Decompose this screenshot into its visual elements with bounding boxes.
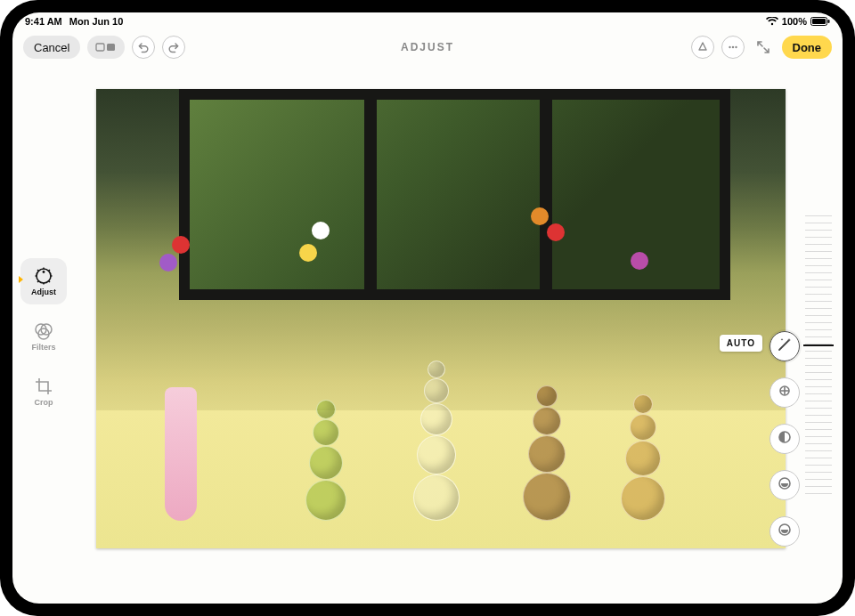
scrubber-ticks bbox=[805, 215, 832, 497]
sidebar-item-label: Adjust bbox=[31, 288, 56, 296]
active-indicator-icon bbox=[19, 276, 23, 283]
sidebar-item-adjust[interactable]: Adjust bbox=[20, 258, 67, 304]
live-toggle-button[interactable] bbox=[87, 36, 125, 59]
shadows-icon bbox=[777, 522, 793, 541]
fullscreen-button[interactable] bbox=[752, 36, 775, 59]
status-time: 9:41 AM bbox=[25, 16, 62, 27]
battery-pct: 100% bbox=[782, 16, 807, 27]
undo-button[interactable] bbox=[132, 36, 155, 59]
battery-icon bbox=[810, 17, 830, 26]
device-frame: 9:41 AM Mon Jun 10 100% Cancel bbox=[0, 0, 855, 616]
markup-button[interactable] bbox=[691, 36, 714, 59]
status-bar: 9:41 AM Mon Jun 10 100% bbox=[12, 12, 843, 30]
svg-rect-3 bbox=[96, 44, 104, 51]
cancel-label: Cancel bbox=[34, 41, 69, 54]
svg-line-15 bbox=[37, 281, 38, 282]
scrubber-marker bbox=[803, 344, 834, 346]
wifi-icon bbox=[766, 17, 778, 26]
svg-point-7 bbox=[735, 46, 737, 48]
exposure-icon bbox=[777, 383, 793, 402]
sidebar-item-crop[interactable]: Crop bbox=[20, 369, 67, 415]
adjust-highlights-button[interactable] bbox=[770, 470, 800, 500]
adjust-exposure-button[interactable] bbox=[770, 377, 800, 408]
highlights-icon bbox=[777, 475, 793, 495]
svg-line-16 bbox=[49, 270, 50, 271]
brilliance-icon bbox=[777, 429, 793, 449]
auto-label-chip: AUTO bbox=[720, 335, 762, 352]
svg-point-6 bbox=[731, 46, 733, 48]
editor-content: Adjust Filters Crop AUTO bbox=[12, 64, 843, 604]
sidebar-item-filters[interactable]: Filters bbox=[20, 313, 67, 360]
value-scrubber[interactable] bbox=[805, 215, 832, 497]
adjust-shadows-button[interactable] bbox=[770, 516, 800, 547]
sidebar-item-label: Filters bbox=[31, 343, 55, 352]
svg-line-14 bbox=[49, 281, 50, 282]
status-date: Mon Jun 10 bbox=[69, 16, 124, 27]
redo-button[interactable] bbox=[162, 36, 185, 59]
svg-rect-2 bbox=[828, 20, 830, 23]
edit-mode-sidebar: Adjust Filters Crop bbox=[20, 258, 68, 415]
filters-icon bbox=[34, 321, 53, 341]
magic-wand-icon bbox=[777, 336, 793, 356]
svg-rect-4 bbox=[107, 44, 115, 51]
toolbar-title: ADJUST bbox=[401, 41, 454, 53]
crop-icon bbox=[34, 377, 53, 396]
cancel-button[interactable]: Cancel bbox=[23, 36, 80, 59]
svg-point-17 bbox=[43, 271, 45, 273]
editor-toolbar: Cancel ADJUST bbox=[12, 30, 843, 64]
more-button[interactable] bbox=[721, 36, 745, 59]
screen: 9:41 AM Mon Jun 10 100% Cancel bbox=[12, 12, 843, 604]
adjust-tools-column bbox=[770, 331, 800, 547]
svg-line-13 bbox=[37, 270, 38, 271]
photo-canvas[interactable] bbox=[96, 89, 786, 548]
sidebar-item-label: Crop bbox=[35, 398, 53, 407]
adjust-auto-button[interactable] bbox=[770, 331, 800, 361]
adjust-dial-icon bbox=[34, 266, 53, 286]
svg-rect-1 bbox=[812, 19, 826, 24]
done-label: Done bbox=[793, 41, 822, 54]
adjust-brilliance-button[interactable] bbox=[770, 424, 800, 454]
svg-point-5 bbox=[729, 46, 730, 48]
done-button[interactable]: Done bbox=[782, 36, 833, 59]
